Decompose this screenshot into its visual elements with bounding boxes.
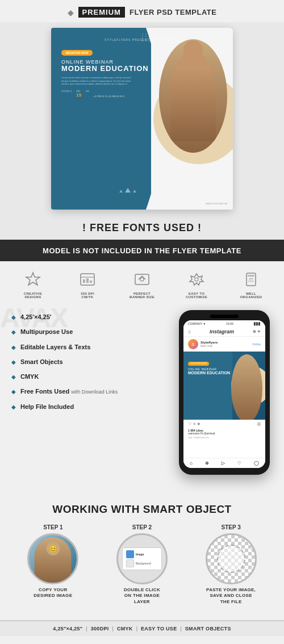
ig-post-person <box>231 354 262 420</box>
300dpi-label: 300 DPICM/YK <box>81 292 94 299</box>
triangle-small <box>119 190 123 193</box>
instagram-logo: Instagram <box>210 329 234 334</box>
bullet-smart-objects: ◆ Smart Objects <box>11 358 165 366</box>
ig-actions: ♡ ✧ ✈ ⊡ <box>183 420 265 429</box>
bullet-text-2: Multipurpose Use <box>20 328 73 336</box>
feature-customize: EASY TOCUSTOMIZE <box>177 269 216 299</box>
step-2-caption: DOUBLE CLICKON THE IMAGELAYER <box>124 587 160 605</box>
image-layer-label: Image <box>136 553 144 556</box>
svg-point-7 <box>140 278 144 281</box>
bullet-text-6-sub: with Download Links <box>71 389 118 395</box>
divider-2: | <box>112 626 114 632</box>
time-display: 15:09 <box>226 322 233 325</box>
feature-creative-designs: CREATIVEDESIGNS <box>13 269 53 299</box>
bg-layer-icon <box>126 559 134 567</box>
bottom-size: 4,25"×4,25" <box>53 626 82 632</box>
instagram-header: ☰ Instagram ⊕ ✈ <box>183 327 265 337</box>
step-2: STEP 2 Image Background DOUBLE CLICKON T… <box>105 524 179 605</box>
step-1: STEP 1 😊 COPY YOURDESIRED IMAGE <box>16 524 90 599</box>
bullet-text-7: Help File Included <box>20 403 74 411</box>
svg-rect-4 <box>86 278 89 283</box>
heart-nav-icon[interactable]: ♡ <box>237 461 241 466</box>
deco-circle-1 <box>218 36 224 43</box>
features-section: CREATIVEDESIGNS 300 DPICM/YK <box>0 261 284 304</box>
bottom-smart: SMART OBJECTS <box>185 626 231 632</box>
bookmark-icon[interactable]: ⊡ <box>257 422 261 426</box>
bottom-cmyk: CMYK <box>117 626 133 632</box>
bottom-easy: EASY TO USE <box>141 626 177 632</box>
back-icon: ☰ <box>188 330 191 334</box>
divider-4: | <box>180 626 181 632</box>
svg-rect-13 <box>249 276 253 277</box>
svg-marker-0 <box>26 273 40 285</box>
phone-mockup-area: COMPANY ▼ 15:09 ▊▊▊ ☰ Instagram ⊕ ✈ S S <box>170 304 284 480</box>
ig-caption: username Hit @aminad <box>183 432 265 436</box>
website-url: WWW.STYLEFLYERS.COM <box>206 203 227 205</box>
bullet-cmyk: ◆ CMYK <box>11 373 165 380</box>
customize-icon <box>186 269 207 290</box>
step-3-caption: PASTE YOUR IMAGE,SAVE AND CLOSETHE FILE <box>206 587 256 605</box>
model-banner: MODEL IS NOT INCLUDED IN THE FLYER TEMPL… <box>0 240 284 261</box>
bullet-icon-4: ◆ <box>11 359 16 365</box>
step-2-label: STEP 2 <box>132 524 152 530</box>
premium-badge: PREMIUM <box>78 7 125 18</box>
register-button: REGISTER NOW <box>61 50 93 56</box>
follow-button[interactable]: Follow <box>253 342 261 346</box>
feature-300dpi: 300 DPICM/YK <box>68 269 107 299</box>
bottom-bar: 4,25"×4,25" | 300DPI | CMYK | EASY TO US… <box>0 620 284 636</box>
bullet-size: ◆ 4,25'×4,25' <box>11 313 165 321</box>
creative-designs-label: CREATIVEDESIGNS <box>24 292 42 299</box>
person-head <box>183 40 203 60</box>
ig-profile-location: New York <box>201 344 218 348</box>
company-label: COMPANY ▼ <box>188 322 206 325</box>
bullet-text-4: Smart Objects <box>20 358 63 366</box>
phone-number: +45 7890 45 76 +45 5880 49 28 47 <box>93 95 124 98</box>
300dpi-icon <box>77 269 98 290</box>
step-2-layers: Image Background <box>122 547 162 570</box>
status-bar: COMPANY ▼ 15:09 ▊▊▊ <box>183 320 265 327</box>
day-value: 15 <box>76 93 81 98</box>
bullet-text-1: 4,25'×4,25' <box>20 313 51 321</box>
instagram-icons: ⊕ ✈ <box>253 329 261 334</box>
triangle-large <box>125 188 131 193</box>
banner-size-label: PERFECTBANNER SIZE <box>130 292 154 299</box>
bullet-icon-1: ◆ <box>11 314 16 320</box>
deco-circle-2 <box>218 45 224 52</box>
bullet-list: ◆ 4,25'×4,25' ◆ Multipurpose Use ◆ Edita… <box>0 304 170 480</box>
circles-decoration <box>218 36 224 52</box>
flyer-preview: STYLEFLYERS PRESENT FREE WEBINAR REGISTE… <box>51 28 233 210</box>
flyer-dots-decoration <box>142 34 158 41</box>
free-fonts-section: ! FREE FONTS USED ! <box>0 218 284 240</box>
svg-point-8 <box>195 278 198 281</box>
home-icon[interactable]: ⌂ <box>190 461 193 466</box>
bullet-icon-6: ◆ <box>11 388 16 395</box>
ig-post: REGISTER NOW ONLINE WEBINAR MODERN EDUCA… <box>183 352 265 420</box>
model-banner-text: MODEL IS NOT INCLUDED IN THE FLYER TEMPL… <box>43 246 241 255</box>
search-icon[interactable]: ⊕ <box>205 461 209 466</box>
step-2-circle: Image Background <box>116 533 168 584</box>
bullet-fonts: ◆ Free Fonts Used with Download Links <box>11 387 165 396</box>
bullet-icon-2: ◆ <box>11 329 16 335</box>
svg-rect-3 <box>83 279 85 283</box>
profile-icon[interactable]: ◯ <box>254 461 259 466</box>
top-header: ◆ PREMIUM FLYER PSD TEMPLATE <box>0 0 284 22</box>
bg-layer-label: Background <box>136 562 151 565</box>
bullet-icon-3: ◆ <box>11 344 16 350</box>
like-icon[interactable]: ♡ ✧ ✈ <box>188 422 201 426</box>
divider-1: | <box>86 626 87 632</box>
image-layer-icon <box>126 550 134 558</box>
svg-rect-12 <box>248 281 254 282</box>
header-title: FLYER PSD TEMPLATE <box>130 8 216 16</box>
free-fonts-text: ! FREE FONTS USED ! <box>82 222 202 233</box>
feature-organized: WELLORGANIZED <box>231 269 271 299</box>
bottom-dpi: 300DPI <box>91 626 109 632</box>
bullet-icon-5: ◆ <box>11 374 16 380</box>
customize-label: EASY TOCUSTOMIZE <box>186 292 207 299</box>
date-fri-label: FRI FEB 11 <box>61 90 72 93</box>
step-1-label: STEP 1 <box>43 524 62 530</box>
features-row: CREATIVEDESIGNS 300 DPICM/YK <box>0 261 284 304</box>
bullet-text-3: Editable Layers & Texts <box>20 343 90 351</box>
video-icon[interactable]: ▷ <box>222 461 225 466</box>
image-layer-row: Image <box>126 550 158 558</box>
bullet-icon-7: ◆ <box>11 404 16 410</box>
